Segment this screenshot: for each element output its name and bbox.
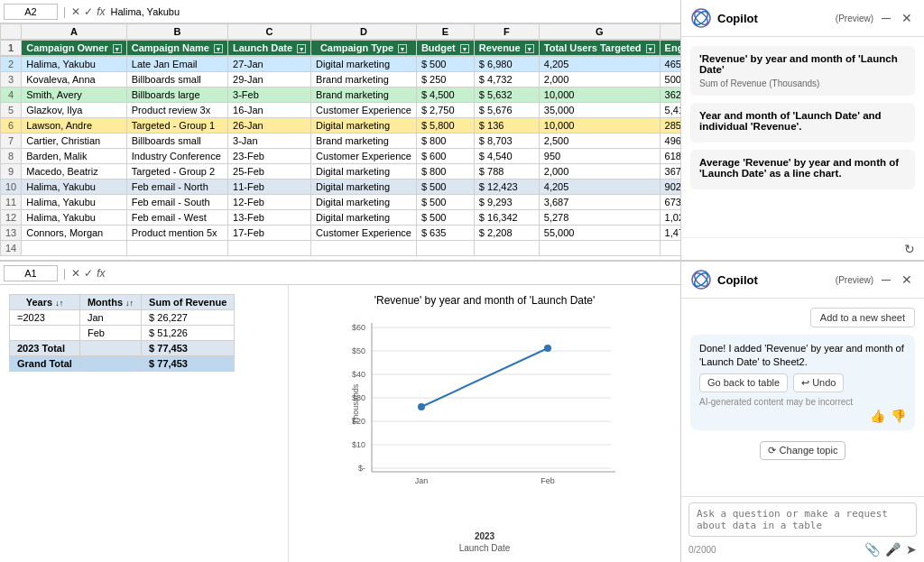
- bottom-copilot-minimize[interactable]: ─: [879, 272, 893, 287]
- pivot-table-area: Years ↓↑ Months ↓↑ Sum of Revenue =2023J…: [0, 285, 289, 562]
- top-table-container[interactable]: A B C D E F G H 1 Campaign Owner ▼ Campa…: [0, 23, 680, 260]
- bottom-sheet-content: Years ↓↑ Months ↓↑ Sum of Revenue =2023J…: [0, 285, 680, 562]
- suggestion-1-sub: Sum of Revenue (Thousands): [699, 78, 906, 88]
- filter-campaign-owner[interactable]: ▼: [113, 44, 122, 53]
- col-header-h: H: [660, 24, 680, 41]
- pivot-row[interactable]: Feb$ 51,226: [10, 326, 235, 341]
- top-spreadsheet-area: A2 | ✕ ✓ fx Halima, Yakubu A B C D E F: [0, 0, 680, 260]
- bottom-formula-cancel[interactable]: ✕: [71, 267, 80, 280]
- svg-point-21: [418, 403, 425, 410]
- chart-x-label: Launch Date: [459, 543, 511, 553]
- copilot-refresh-area: ↻: [681, 237, 924, 260]
- table-row[interactable]: 4Smith, AveryBillboards large3-FebBrand …: [1, 88, 681, 103]
- table-row[interactable]: 10Halima, YakubuFeb email - North11-FebD…: [1, 180, 681, 195]
- bottom-cell-reference[interactable]: A1: [4, 265, 58, 281]
- chat-toolbar: 0/2000 📎 🎤 ➤: [688, 542, 917, 557]
- formula-cancel-btn[interactable]: ✕: [71, 5, 80, 18]
- table-row[interactable]: 13Connors, MorganProduct mention 5x17-Fe…: [1, 226, 681, 241]
- add-to-new-sheet-btn[interactable]: Add to a new sheet: [810, 308, 915, 327]
- table-row[interactable]: 8Barden, MalikIndustry Conference23-FebC…: [1, 149, 681, 164]
- copilot-minimize-btn[interactable]: ─: [879, 11, 893, 25]
- filter-launch-date[interactable]: ▼: [297, 44, 306, 53]
- chat-attach-btn[interactable]: 📎: [864, 542, 880, 557]
- svg-text:$40: $40: [352, 370, 365, 379]
- table-row[interactable]: 2Halima, YakubuLate Jan Email27-JanDigit…: [1, 56, 681, 72]
- table-row[interactable]: 11Halima, YakubuFeb email - South12-FebD…: [1, 195, 681, 210]
- header-rownum: 1: [1, 40, 22, 56]
- change-topic-btn[interactable]: ⟳ Change topic: [760, 441, 846, 460]
- col-campaign-type[interactable]: Campaign Type ▼: [311, 40, 417, 56]
- table-row[interactable]: 9Macedo, BeatrizTargeted - Group 225-Feb…: [1, 164, 681, 180]
- copilot-preview-badge: (Preview): [836, 14, 873, 23]
- filter-budget[interactable]: ▼: [460, 44, 469, 53]
- col-revenue[interactable]: Revenue ▼: [474, 40, 539, 56]
- bottom-copilot-close[interactable]: ✕: [899, 272, 915, 287]
- copilot-refresh-btn[interactable]: ↻: [904, 242, 915, 256]
- copilot-message-text: Done! I added 'Revenue' by year and mont…: [699, 342, 906, 370]
- col-header-g: G: [539, 24, 660, 41]
- bottom-copilot-logo: [690, 269, 712, 290]
- filter-revenue[interactable]: ▼: [525, 44, 534, 53]
- chart-area: 'Revenue' by year and month of 'Launch D…: [289, 285, 680, 562]
- formula-fx-icon: fx: [97, 5, 105, 18]
- copilot-header: Copilot (Preview) ─ ✕: [681, 0, 924, 37]
- col-header-c: C: [228, 24, 311, 41]
- main-spreadsheet-table: A B C D E F G H 1 Campaign Owner ▼ Campa…: [0, 23, 680, 256]
- filter-campaign-name[interactable]: ▼: [214, 44, 223, 53]
- svg-point-22: [544, 345, 551, 352]
- copilot-suggestion-1[interactable]: 'Revenue' by year and month of 'Launch D…: [690, 46, 915, 96]
- pivot-col-months[interactable]: Months ↓↑: [79, 295, 141, 310]
- thumbs-down-btn[interactable]: 👎: [891, 409, 906, 423]
- table-row[interactable]: 7Cartier, ChristianBillboards small3-Jan…: [1, 134, 681, 149]
- pivot-row[interactable]: Grand Total$ 77,453: [10, 356, 235, 372]
- table-row[interactable]: 12Halima, YakubuFeb email - West13-FebDi…: [1, 210, 681, 226]
- ai-generated-notice: AI-generated content may be incorrect: [699, 396, 906, 409]
- chat-send-btn[interactable]: ➤: [906, 542, 917, 557]
- col-header-rownum: [1, 24, 22, 41]
- table-row[interactable]: 5Glazkov, IlyaProduct review 3x16-JanCus…: [1, 103, 681, 118]
- cell-reference-input[interactable]: A2: [4, 4, 58, 20]
- bottom-formula-confirm[interactable]: ✓: [84, 267, 93, 280]
- col-header-d: D: [311, 24, 417, 41]
- col-total-users[interactable]: Total Users Targeted ▼: [539, 40, 660, 56]
- formula-input[interactable]: Halima, Yakubu: [108, 5, 677, 19]
- table-row[interactable]: 3Kovaleva, AnnaBillboards small29-JanBra…: [1, 72, 681, 88]
- change-topic-label: Change topic: [780, 445, 838, 456]
- copilot-suggestion-2[interactable]: Year and month of 'Launch Date' and indi…: [690, 103, 915, 143]
- filter-total-users[interactable]: ▼: [646, 44, 655, 53]
- chat-voice-btn[interactable]: 🎤: [885, 542, 901, 557]
- go-back-table-btn[interactable]: Go back to table: [699, 373, 788, 392]
- col-launch-date[interactable]: Launch Date ▼: [228, 40, 311, 56]
- chat-input-field[interactable]: [688, 502, 917, 537]
- filter-campaign-type[interactable]: ▼: [398, 44, 407, 53]
- thumbs-up-btn[interactable]: 👍: [870, 409, 885, 423]
- bottom-spreadsheet-area: A1 | ✕ ✓ fx Years ↓↑ Months ↓↑ Sum of Re…: [0, 262, 680, 562]
- col-campaign-owner[interactable]: Campaign Owner ▼: [22, 40, 127, 56]
- copilot-chat-area: Add to a new sheet Done! I added 'Revenu…: [681, 299, 924, 496]
- col-campaign-name[interactable]: Campaign Name ▼: [126, 40, 227, 56]
- formula-confirm-btn[interactable]: ✓: [84, 5, 93, 18]
- chart-title: 'Revenue' by year and month of 'Launch D…: [374, 294, 596, 307]
- col-budget[interactable]: Budget ▼: [416, 40, 474, 56]
- copilot-close-btn[interactable]: ✕: [899, 11, 915, 25]
- top-copilot-panel: Copilot (Preview) ─ ✕ 'Revenue' by year …: [680, 0, 924, 260]
- col-engaged-users[interactable]: Engaged Users ▼: [660, 40, 680, 56]
- pivot-col-sum[interactable]: Sum of Revenue: [142, 295, 235, 310]
- bottom-copilot-title: Copilot: [717, 273, 830, 287]
- pivot-table: Years ↓↑ Months ↓↑ Sum of Revenue =2023J…: [9, 294, 235, 372]
- col-header-a: A: [22, 24, 127, 41]
- table-row[interactable]: 14: [1, 241, 681, 256]
- bottom-copilot-panel: Copilot (Preview) ─ ✕ Add to a new sheet…: [680, 262, 924, 562]
- copilot-suggestion-3[interactable]: Average 'Revenue' by year and month of '…: [690, 150, 915, 189]
- table-row[interactable]: 6Lawson, AndreTargeted - Group 126-JanDi…: [1, 118, 681, 134]
- feedback-area: 👍 👎: [699, 409, 906, 423]
- chat-action-buttons: Go back to table ↩ Undo: [699, 373, 906, 392]
- undo-btn[interactable]: ↩ Undo: [793, 373, 844, 392]
- pivot-row[interactable]: =2023Jan$ 26,227: [10, 310, 235, 326]
- bottom-formula-input[interactable]: [108, 266, 677, 281]
- formula-divider: |: [61, 5, 68, 18]
- pivot-row[interactable]: 2023 Total$ 77,453: [10, 341, 235, 356]
- chart-svg-container: $60 $50 $40 $30 $20 $10 $- Thousands: [298, 314, 671, 531]
- pivot-col-years[interactable]: Years ↓↑: [10, 295, 80, 310]
- suggestion-2-title: Year and month of 'Launch Date' and indi…: [699, 110, 906, 132]
